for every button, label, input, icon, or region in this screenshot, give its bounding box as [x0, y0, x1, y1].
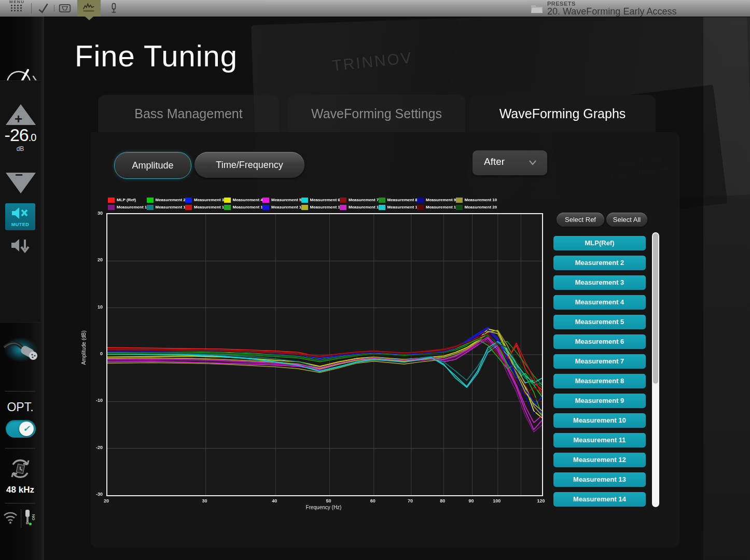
chart-series	[107, 333, 542, 404]
x-tick-label: 120	[532, 498, 550, 503]
plot-area[interactable]	[106, 213, 543, 496]
measurement-button[interactable]: Measurement 2	[553, 256, 646, 270]
chevron-down-icon	[529, 160, 537, 165]
legend-item: Measurement 4	[224, 197, 263, 203]
x-tick-label: 80	[434, 498, 451, 503]
x-tick-label: 30	[196, 498, 214, 503]
top-toolbar: MENU PRESETS 20. WaveForming Early Acces…	[0, 0, 750, 17]
y-tick-label: -20	[78, 445, 103, 450]
toolbar-divider	[54, 5, 54, 12]
x-axis-title: Frequency (Hz)	[106, 505, 541, 510]
measurement-button[interactable]: Measurement 12	[553, 453, 646, 467]
menu-label: MENU	[9, 0, 25, 4]
legend-item: Measurement 6	[301, 197, 340, 203]
x-tick-label: 70	[401, 498, 419, 503]
legend-item: Measurement 9	[417, 197, 456, 203]
legend-swatch	[456, 198, 463, 203]
tab-waveforming-graphs[interactable]: WaveForming Graphs	[469, 95, 656, 132]
y-tick-label: 30	[78, 211, 103, 216]
measurement-scrollbar[interactable]	[652, 232, 659, 507]
connectivity-row: ON	[0, 508, 40, 531]
measurement-button[interactable]: Measurement 9	[553, 394, 646, 408]
optimizer-label: OPT.	[0, 400, 40, 414]
y-tick-label: 20	[78, 257, 103, 262]
device-brand-text: TRINNOV	[331, 49, 414, 75]
x-tick-label: 50	[320, 498, 338, 503]
app-window: TRINNOV Home Theater Preamp/Optimizer ME…	[0, 0, 750, 560]
measurement-button[interactable]: Measurement 6	[553, 334, 646, 349]
waveform-graph-icon[interactable]	[82, 2, 95, 15]
x-tick-label: 20	[98, 498, 115, 503]
screen-icon[interactable]	[58, 2, 72, 15]
legend-swatch	[108, 198, 115, 203]
measurement-button[interactable]: Measurement 13	[553, 472, 646, 487]
amplitude-button[interactable]: Amplitude	[114, 152, 191, 179]
scrollbar-thumb[interactable]	[653, 233, 658, 384]
mic-on-label: ON	[31, 514, 36, 521]
volume-value: -26.0	[0, 125, 40, 145]
measurement-button[interactable]: Measurement 11	[553, 433, 646, 447]
measurement-button[interactable]: Measurement 14	[553, 492, 646, 507]
legend-swatch	[417, 198, 424, 203]
legend-item: Measurement 7	[340, 197, 379, 203]
legend-swatch	[262, 198, 269, 203]
left-sidebar: + -26.0 dB − MUTED	[0, 17, 44, 560]
divider	[21, 509, 22, 528]
speaker-muted-icon	[11, 206, 30, 220]
legend-label: Measurement 5	[271, 198, 301, 202]
plot-canvas	[107, 214, 542, 495]
measurement-button[interactable]: Measurement 3	[553, 275, 646, 290]
legend-label: Measurement 9	[426, 198, 456, 202]
time-frequency-button[interactable]: Time/Frequency	[195, 152, 304, 178]
legend-item: Measurement 8	[379, 197, 418, 203]
dim-button[interactable]	[9, 237, 32, 253]
optimizer-toggle[interactable]: ✓	[6, 420, 36, 438]
y-tick-label: -10	[78, 398, 103, 403]
measurement-button[interactable]: Measurement 4	[553, 295, 646, 310]
legend-label: Measurement 3	[194, 198, 224, 202]
muted-label: MUTED	[5, 222, 35, 227]
legend-swatch	[224, 198, 231, 203]
wifi-icon[interactable]	[2, 510, 19, 525]
active-tool-notch	[85, 17, 93, 20]
preset-name[interactable]: 20. WaveForming Early Access	[547, 6, 676, 17]
divider	[5, 503, 35, 503]
volume-section: + -26.0 dB − MUTED	[0, 80, 40, 323]
select-ref-button[interactable]: Select Ref	[557, 213, 604, 227]
presets-folder-icon[interactable]	[530, 3, 544, 15]
legend-item: Measurement 5	[262, 197, 301, 203]
measurement-button[interactable]: Measurement 10	[553, 413, 646, 428]
measurement-button[interactable]: Measurement 7	[553, 354, 646, 369]
measurement-button[interactable]: Measurement 5	[553, 315, 646, 329]
legend-item: Measurement 3	[185, 197, 224, 203]
tab-waveforming-settings[interactable]: WaveForming Settings	[288, 95, 465, 132]
measurement-button[interactable]: Measurement 8	[553, 374, 646, 388]
legend-label: Measurement 6	[310, 198, 340, 202]
legend-label: Measurement 10	[465, 198, 497, 202]
measurement-button[interactable]: MLP(Ref)	[553, 236, 646, 250]
legend-label: Measurement 8	[387, 198, 418, 202]
page-title: Fine Tuning	[75, 38, 238, 73]
background-shade	[703, 17, 750, 560]
clock-sync-icon[interactable]	[9, 457, 32, 480]
divider	[5, 391, 35, 391]
select-all-button[interactable]: Select All	[606, 213, 647, 227]
minus-icon: −	[15, 167, 23, 183]
microphone-icon[interactable]	[107, 2, 120, 15]
tab-bass-management[interactable]: Bass Management	[98, 95, 279, 132]
mic-status-dot	[29, 523, 32, 525]
volume-unit: dB	[0, 145, 40, 152]
mute-button[interactable]: MUTED	[5, 203, 35, 230]
toolbar-divider	[31, 3, 32, 13]
x-tick-label: 40	[266, 498, 283, 503]
state-dropdown[interactable]: After	[473, 150, 547, 175]
toggle-knob-check-icon: ✓	[19, 422, 34, 436]
amplitude-chart: Amplitude (dB) Frequency (Hz) 3020100-10…	[78, 205, 558, 516]
chart-series	[107, 343, 542, 385]
menu-grid-icon[interactable]	[11, 5, 22, 11]
legend-swatch	[147, 198, 154, 203]
check-icon[interactable]	[36, 2, 50, 15]
x-tick-label: 60	[364, 498, 382, 503]
legend-swatch	[379, 198, 385, 203]
y-tick-label: 10	[78, 304, 103, 310]
